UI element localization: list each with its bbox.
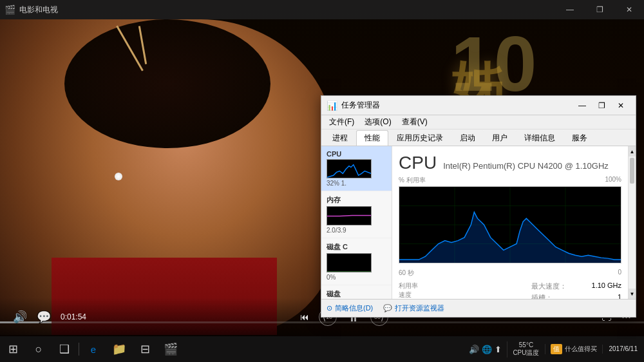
tm-maximize-button[interactable]: ❐ bbox=[592, 99, 611, 113]
time-display: 0:01:54 bbox=[61, 312, 86, 321]
clock-date: 2017/6/11 bbox=[609, 345, 638, 354]
tm-util-speed: 利用率 速度 bbox=[399, 281, 525, 299]
tray-volume-icon[interactable]: 🔊 bbox=[469, 345, 479, 354]
disk-header: 磁盘 bbox=[327, 289, 386, 299]
tm-sidebar: CPU 32% 1. 内存 2.0/3.9 bbox=[321, 146, 392, 299]
tm-menubar: 文件(F) 选项(O) 查看(V) bbox=[321, 115, 636, 129]
tm-tab-process[interactable]: 进程 bbox=[324, 130, 356, 146]
sidebar-item-cpu[interactable]: CPU 32% 1. bbox=[321, 146, 392, 191]
pin1-button[interactable]: ⊟ bbox=[132, 336, 158, 362]
tm-menu-options[interactable]: 选项(O) bbox=[359, 115, 396, 129]
tm-tab-performance[interactable]: 性能 bbox=[356, 130, 388, 146]
tray-network-icon[interactable]: 🌐 bbox=[482, 345, 492, 354]
summary-info-link[interactable]: ⊙ 简略信息(D) bbox=[327, 303, 373, 313]
watermark-text: 什么值得买 bbox=[565, 345, 597, 354]
app-titlebar: 🎬 电影和电视 — ❐ ✕ bbox=[0, 0, 644, 19]
disk-c-mini-graph bbox=[327, 253, 372, 272]
tm-tab-services[interactable]: 服务 bbox=[564, 130, 596, 146]
taskbar-tray: 🔊 🌐 ⬆ bbox=[464, 345, 507, 354]
max-speed-value: 1.10 GHz bbox=[592, 281, 621, 291]
scroll-thumb[interactable] bbox=[630, 158, 634, 184]
sidebar-item-disk[interactable]: 磁盘 2% bbox=[321, 285, 392, 299]
task-manager-window: 📊 任务管理器 — ❐ ✕ 文件(F) 选项(O) 查看(V) 进程 性能 应用… bbox=[321, 95, 636, 318]
file-explorer-button[interactable]: 📁 bbox=[106, 336, 132, 362]
tm-utilization-group: 利用率 速度 bbox=[399, 281, 418, 299]
tm-tab-startup[interactable]: 启动 bbox=[451, 130, 484, 146]
rewind-button[interactable]: ⏮ bbox=[300, 312, 309, 322]
cpu-header: CPU bbox=[327, 150, 386, 158]
tm-util-labels: % 利用率 100% bbox=[399, 176, 621, 185]
tm-bottom-bar: ⊙ 简略信息(D) 💬 打开资源监视器 bbox=[321, 299, 636, 317]
tm-close-button[interactable]: ✕ bbox=[611, 99, 630, 113]
tm-tabs: 进程 性能 应用历史记录 启动 用户 详细信息 服务 bbox=[321, 129, 636, 146]
pin2-button[interactable]: 🎬 bbox=[158, 336, 184, 362]
scroll-down-button[interactable]: ▼ bbox=[629, 289, 636, 299]
disk-c-header: 磁盘 C bbox=[327, 242, 386, 252]
sockets-row: 插槽： 1 bbox=[531, 293, 621, 299]
max-speed-row: 最大速度： 1.10 GHz bbox=[531, 281, 621, 291]
chart-time-0: 0 bbox=[618, 269, 621, 278]
tm-right-stats: 最大速度： 1.10 GHz 插槽： 1 内核： 4 逻辑处理器： 4 bbox=[531, 281, 621, 299]
subtitle-button[interactable]: 💬 bbox=[37, 310, 51, 324]
max-speed-label: 最大速度： bbox=[531, 281, 567, 291]
tm-tab-history[interactable]: 应用历史记录 bbox=[388, 130, 451, 146]
tm-detail-panel: CPU Intel(R) Pentium(R) CPU N4200 @ 1.10… bbox=[392, 146, 628, 299]
cpu-chart bbox=[399, 186, 621, 263]
util-label: % 利用率 bbox=[399, 176, 426, 185]
tm-title-icon: 📊 bbox=[327, 100, 337, 111]
cpu-value: 32% 1. bbox=[327, 180, 386, 187]
speed-label-small: 速度 bbox=[399, 291, 418, 299]
max-label: 100% bbox=[605, 176, 621, 185]
open-monitor-text: 打开资源监视器 bbox=[395, 303, 444, 313]
memory-value: 2.0/3.9 bbox=[327, 227, 386, 234]
tm-menu-view[interactable]: 查看(V) bbox=[397, 115, 433, 129]
tm-titlebar: 📊 任务管理器 — ❐ ✕ bbox=[321, 96, 636, 115]
tm-stats-row: 利用率 速度 利用率 速度 32% 1.75 GHz bbox=[399, 281, 621, 299]
cpu-main-label: CPU bbox=[399, 153, 437, 173]
sidebar-item-disk-c[interactable]: 磁盘 C 0% bbox=[321, 238, 392, 285]
edge-button[interactable]: e bbox=[80, 336, 106, 362]
search-button[interactable]: ○ bbox=[26, 336, 52, 362]
temp-label: CPU温度 bbox=[513, 348, 539, 357]
tm-menu-file[interactable]: 文件(F) bbox=[324, 115, 359, 129]
temp-value: 55°C bbox=[513, 341, 539, 348]
cpu-temp-display: 55°C CPU温度 bbox=[507, 341, 544, 357]
util-label-small: 利用率 bbox=[399, 281, 418, 291]
tm-tab-details[interactable]: 详细信息 bbox=[516, 130, 564, 146]
tm-tab-users[interactable]: 用户 bbox=[484, 130, 516, 146]
disk-c-value: 0% bbox=[327, 274, 386, 281]
chart-time-labels: 60 秒 0 bbox=[399, 269, 621, 278]
chart-time-60s: 60 秒 bbox=[399, 269, 414, 278]
sidebar-item-memory[interactable]: 内存 2.0/3.9 bbox=[321, 191, 392, 238]
taskbar-sep-1 bbox=[79, 343, 79, 356]
sockets-value: 1 bbox=[618, 293, 621, 299]
cpu-mini-graph bbox=[327, 159, 372, 178]
summary-icon: ⊙ bbox=[327, 304, 332, 312]
memory-header: 内存 bbox=[327, 195, 386, 205]
tm-minimize-button[interactable]: — bbox=[573, 99, 592, 113]
minimize-button[interactable]: — bbox=[555, 0, 585, 19]
task-view-button[interactable]: ❑ bbox=[52, 336, 77, 362]
close-button[interactable]: ✕ bbox=[614, 0, 644, 19]
watermark-badge: 值 bbox=[551, 344, 562, 354]
tray-battery-icon[interactable]: ⬆ bbox=[495, 345, 502, 354]
volume-button[interactable]: 🔊 bbox=[13, 310, 27, 324]
tm-body: CPU 32% 1. 内存 2.0/3.9 bbox=[321, 146, 636, 299]
sockets-label: 插槽： bbox=[531, 293, 553, 299]
app-title-text: 电影和电视 bbox=[19, 5, 58, 15]
open-monitor-link[interactable]: 💬 打开资源监视器 bbox=[383, 303, 444, 313]
taskbar-clock[interactable]: 2017/6/11 bbox=[602, 345, 645, 354]
tm-title-controls: — ❐ ✕ bbox=[573, 99, 630, 113]
summary-info-text: 简略信息(D) bbox=[335, 303, 373, 313]
tm-title-text: 任务管理器 bbox=[341, 100, 573, 111]
maximize-button[interactable]: ❐ bbox=[585, 0, 614, 19]
tm-left-stats: 利用率 速度 利用率 速度 32% 1.75 GHz bbox=[399, 281, 525, 299]
cpu-model-text: Intel(R) Pentium(R) CPU N4200 @ 1.10GHz bbox=[443, 161, 609, 171]
start-button[interactable]: ⊞ bbox=[0, 336, 26, 362]
memory-mini-graph bbox=[327, 206, 372, 225]
monitor-icon: 💬 bbox=[383, 304, 392, 312]
tm-detail-header: CPU Intel(R) Pentium(R) CPU N4200 @ 1.10… bbox=[399, 153, 621, 173]
scroll-up-button[interactable]: ▲ bbox=[629, 146, 636, 157]
tm-scrollbar[interactable]: ▲ ▼ bbox=[628, 146, 636, 299]
watermark-display: 值 什么值得买 bbox=[545, 344, 602, 354]
